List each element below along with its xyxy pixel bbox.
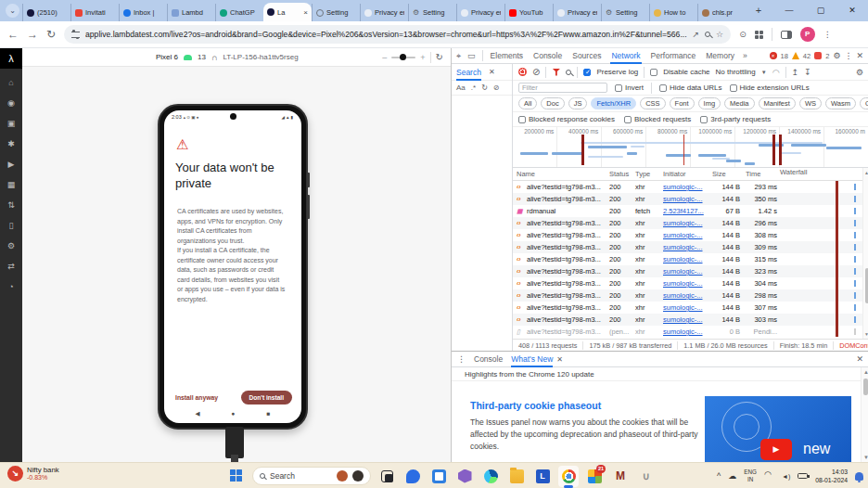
request-initiator-link[interactable]: sumologic-... <box>663 327 709 336</box>
preserve-log-checkbox[interactable] <box>583 69 591 76</box>
hide-extension-urls-checkbox[interactable] <box>730 84 737 92</box>
network-request-row[interactable]: alive?testid=tg798-m3... 200 xhr sumolog… <box>513 277 868 289</box>
browser-tab[interactable]: Setting × <box>601 4 649 21</box>
search-refresh-icon[interactable]: ↻ <box>481 83 488 92</box>
reload-icon[interactable]: ↻ <box>46 28 56 41</box>
type-filter-pill[interactable]: WS <box>799 97 822 109</box>
devtools-tab[interactable]: Elements <box>490 48 524 64</box>
search-clear-icon[interactable]: ⊘ <box>493 83 500 92</box>
browser-tab[interactable]: Setting × <box>408 4 456 21</box>
hidden-icons-caret[interactable]: ^ <box>717 471 721 481</box>
record-icon[interactable] <box>518 68 527 76</box>
regex-icon[interactable]: .* <box>471 83 476 92</box>
blocked-filter[interactable]: 3rd-party requests <box>700 115 771 123</box>
chrome-icon[interactable] <box>558 466 579 487</box>
network-request-row[interactable]: alive?testid=tg798-m3... 200 xhr sumolog… <box>513 181 868 193</box>
type-filter-pill[interactable]: CSS <box>640 97 665 109</box>
visual-studio-icon[interactable] <box>454 466 475 487</box>
request-initiator-link[interactable]: sumologic-... <box>663 267 709 276</box>
drawer-tab-whats-new[interactable]: What's New <box>511 352 553 367</box>
minimize-button[interactable]: — <box>773 0 805 21</box>
network-search-icon[interactable] <box>566 70 571 75</box>
zoom-slider[interactable] <box>391 57 415 58</box>
edge-icon[interactable] <box>480 466 501 487</box>
article-title[interactable]: Third-party cookie phaseout <box>470 400 601 411</box>
language-indicator[interactable]: ENG IN <box>744 469 757 483</box>
m365-icon[interactable]: 21 <box>584 466 605 487</box>
new-tab-button[interactable]: + <box>751 3 766 18</box>
blocked-filter-checkbox[interactable] <box>700 116 708 123</box>
network-request-row[interactable]: alive?testid=tg798-m3... 200 xhr sumolog… <box>513 265 868 277</box>
taskbar-search[interactable]: Search <box>252 467 371 485</box>
network-request-row[interactable]: alive?testid=tg798-m3... 200 xhr sumolog… <box>513 217 868 229</box>
type-filter-pill[interactable]: All <box>518 97 537 109</box>
export-har-icon[interactable]: ↧ <box>804 68 811 77</box>
tab-search-button[interactable]: ⌄ <box>6 4 19 18</box>
gallery-icon[interactable]: ▦ <box>0 174 22 195</box>
devtools-tab[interactable]: Memory <box>705 48 735 64</box>
type-filter-pill[interactable]: Fetch/XHR <box>591 97 636 109</box>
request-initiator-link[interactable]: sumologic-... <box>663 219 709 227</box>
maximize-button[interactable]: ▢ <box>805 0 836 21</box>
zoom-out-icon[interactable]: – <box>382 53 387 62</box>
network-icon[interactable]: ⇅ <box>0 195 22 215</box>
drawer-tab-console[interactable]: Console <box>474 352 503 367</box>
browser-tab[interactable]: Privacy erro × <box>360 4 408 21</box>
weather-stock-widget[interactable]: ↘ Nifty bank -0.83% <box>7 466 59 482</box>
start-button[interactable] <box>230 469 242 482</box>
nav-back-icon[interactable]: ◀ <box>196 410 200 417</box>
request-initiator-link[interactable]: sumologic-... <box>663 303 709 312</box>
phone-screen[interactable]: 2:03 ▴ ⊙ ▣ ● ◢▲▮ ⚠ Your data won't be pr… <box>164 110 301 423</box>
nav-home-icon[interactable]: ● <box>232 410 236 417</box>
search-close-icon[interactable]: ✕ <box>489 68 495 76</box>
browser-tab[interactable]: ChatGP × <box>215 4 263 21</box>
clear-icon[interactable]: ⊘ <box>532 68 540 77</box>
back-icon[interactable]: ← <box>7 28 19 41</box>
blocked-filter-checkbox[interactable] <box>624 116 632 123</box>
match-case-icon[interactable]: Aa <box>456 83 466 92</box>
slider-handle[interactable] <box>400 54 406 60</box>
drawer-scrollbar[interactable]: ▲▼ <box>861 367 868 462</box>
close-window-button[interactable]: ✕ <box>836 0 868 21</box>
table-scrollbar[interactable]: ▲▼ <box>862 168 868 339</box>
table-header-row[interactable]: Name Status Type Initiator Size Time Wat… <box>513 168 868 181</box>
video-thumbnail[interactable]: ▶ new <box>705 396 851 462</box>
network-conditions-icon[interactable]: ◠ <box>772 68 780 77</box>
dropdown-caret-icon[interactable]: ▼ <box>761 70 767 75</box>
browser-tab[interactable]: How to × <box>649 4 697 21</box>
filter-funnel-icon[interactable] <box>552 69 560 76</box>
request-initiator-link[interactable]: sumologic-... <box>663 255 709 263</box>
devtools-menu-icon[interactable]: ⋮ <box>844 51 852 60</box>
home-icon[interactable]: ⌂ <box>0 72 22 93</box>
request-initiator-link[interactable]: sumologic-... <box>663 183 709 191</box>
browser-tab[interactable]: YouTub × <box>504 4 553 21</box>
browser-tab[interactable]: Lambd × <box>167 4 215 21</box>
type-filter-pill[interactable]: Media <box>724 97 754 109</box>
site-settings-icon[interactable] <box>71 32 80 38</box>
profile-icon[interactable]: ◉ <box>0 93 22 113</box>
network-request-row[interactable]: alive?testid=tg798-m3... 200 xhr sumolog… <box>513 193 868 205</box>
settings-icon[interactable]: ⚙ <box>0 236 22 256</box>
network-request-row[interactable]: alive?testid=tg798-m3... 200 xhr sumolog… <box>513 229 868 241</box>
header-initiator[interactable]: Initiator <box>663 170 709 178</box>
network-request-row[interactable]: alive?testid=tg798-m3... 200 xhr sumolog… <box>513 241 868 253</box>
forward-icon[interactable]: → <box>27 28 38 41</box>
notification-bell-icon[interactable] <box>855 472 863 481</box>
inspect-icon[interactable]: ⌖ <box>456 51 461 61</box>
network-overview-timeline[interactable]: 200000 ms 400000 ms 600000 ms 800000 ms … <box>513 127 868 168</box>
blocked-filter-checkbox[interactable] <box>518 116 526 123</box>
warning-badge-icon[interactable] <box>792 52 799 59</box>
search-highlight-icon-2[interactable] <box>352 470 364 482</box>
scrollbar-thumb[interactable] <box>865 268 868 303</box>
drawer-menu-icon[interactable]: ⋮ <box>457 354 466 364</box>
nav-recents-icon[interactable]: ■ <box>267 410 271 417</box>
header-type[interactable]: Type <box>635 170 663 178</box>
request-initiator-link[interactable]: sumologic-... <box>663 231 709 239</box>
header-name[interactable]: Name <box>517 170 609 178</box>
side-panel-icon[interactable] <box>781 31 792 39</box>
devtools-tab[interactable]: Performance <box>650 48 697 64</box>
type-filter-pill[interactable]: Manifest <box>759 97 796 109</box>
browser-menu-icon[interactable]: ⋮ <box>823 30 832 39</box>
blocked-filter[interactable]: Blocked requests <box>624 115 691 123</box>
request-initiator-link[interactable]: sumologic-... <box>663 195 709 203</box>
